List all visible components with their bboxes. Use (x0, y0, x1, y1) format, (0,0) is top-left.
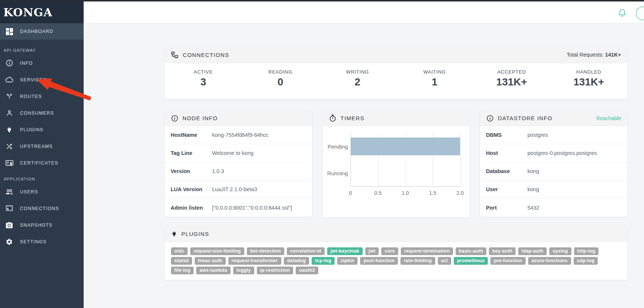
plugin-tag-request-transformer: request-transformer (228, 257, 281, 265)
datastore-row-database: Database kong (480, 162, 627, 180)
datastore-title: DATASTORE INFO (498, 115, 552, 121)
plug-icon (171, 230, 177, 237)
timers-title: TIMERS (341, 115, 364, 121)
network-devices-icon (171, 51, 179, 58)
sidebar-item-label: SETTINGS (20, 239, 47, 244)
sidebar-item-certificates[interactable]: CERTIFICATES (0, 155, 84, 171)
routes-icon (5, 92, 13, 101)
top-window-strip (0, 0, 644, 1)
stat-waiting: WAITING 1 (396, 63, 473, 99)
connections-panel-title: CONNECTIONS (183, 52, 229, 58)
chart-xtick-label: 2.0 (456, 190, 463, 196)
plugin-tag-file-log: file-log (171, 267, 194, 274)
chart-xtick-label: 0.5 (374, 190, 381, 196)
plugin-tag-tcp-log: tcp-log (312, 257, 335, 265)
plugin-tag-statsd: statsd (171, 257, 192, 265)
cloud-icon (5, 76, 13, 84)
total-requests: Total Requests: 141K+ (567, 52, 621, 58)
cast-icon (5, 204, 13, 213)
plugin-tag-zipkin: zipkin (337, 257, 358, 265)
sidebar-item-settings[interactable]: SETTINGS (0, 233, 84, 250)
plugin-tag-datadog: datadog (284, 257, 309, 265)
sidebar-section-application: APPLICATION (0, 175, 84, 183)
sidebar-item-consumers[interactable]: CONSUMERS (0, 105, 84, 121)
stat-reading: READING 0 (242, 63, 319, 99)
chart-category-row (351, 160, 460, 186)
plugin-tag-udp-log: udp-log (574, 257, 598, 265)
sidebar-item-dashboard[interactable]: DASHBOARD (0, 23, 84, 40)
plugin-tag-acl: acl (438, 257, 451, 265)
plugin-tag-cors: cors (381, 247, 398, 255)
sidebar-item-routes[interactable]: ROUTES (0, 88, 84, 105)
chart-plot-area (350, 133, 460, 187)
connections-panel-header: CONNECTIONS Total Requests: 141K+ (165, 47, 627, 63)
shuffle-icon (5, 142, 13, 150)
dashboard-icon (5, 27, 13, 35)
sidebar-item-plugins[interactable]: PLUGINS (0, 121, 84, 138)
sidebar: KONGA DASHBOARD API GATEWAY INFO SERVICE… (0, 1, 84, 308)
plugin-tag-prometheus: prometheus (454, 257, 488, 265)
sidebar-item-upstreams[interactable]: UPSTREAMS (0, 138, 84, 155)
timers-body: PendingRunning 00.51.01.52.0 (323, 126, 469, 217)
node-info-row-tagline: Tag Line Welcome to kong (165, 144, 312, 162)
plugin-tag-rate-limiting: rate-limiting (400, 257, 435, 265)
plugin-tags: oidcrequest-size-limitingbot-detectionco… (165, 242, 627, 280)
chart-xtick-label: 1.0 (402, 190, 409, 196)
node-info-panel: NODE INFO HostName kong-7554fd84f9-64hcc… (165, 111, 312, 217)
plugins-header: PLUGINS (165, 226, 627, 242)
info-circle-icon (171, 115, 178, 122)
plugin-tag-key-auth: key-auth (489, 247, 516, 255)
chart-category-label: Running (323, 160, 348, 187)
consumer-icon (5, 109, 13, 117)
datastore-row-host: Host postgres-0.postgres.postgres (480, 144, 627, 162)
stat-active: ACTIVE 3 (165, 63, 242, 99)
plugin-tag-ldap-auth: ldap-auth (518, 247, 547, 255)
sidebar-item-label: SNAPSHOTS (20, 223, 53, 228)
plugin-tag-ip-restriction: ip-restriction (257, 267, 294, 274)
plugin-tag-jwt-keycloak: jwt-keycloak (327, 247, 363, 255)
datastore-header: DATASTORE INFO Reachable (480, 111, 627, 126)
chart-gridline (460, 133, 460, 186)
sidebar-item-label: SERVICES (20, 77, 47, 82)
sidebar-section-api-gateway: API GATEWAY (0, 46, 84, 55)
info-circle-icon (486, 115, 494, 122)
certificate-icon (5, 159, 13, 167)
avatar[interactable] (636, 6, 644, 20)
plugin-tag-oidc: oidc (171, 247, 188, 255)
sidebar-item-info[interactable]: INFO (0, 55, 84, 71)
bell-icon[interactable] (617, 8, 627, 19)
sidebar-item-label: CERTIFICATES (20, 160, 58, 166)
node-info-header: NODE INFO (165, 111, 312, 126)
datastore-row-dbms: DBMS postgres (480, 126, 627, 144)
konga-logo[interactable]: KONGA (0, 1, 84, 23)
sidebar-item-users[interactable]: USERS (0, 183, 84, 200)
sidebar-item-label: ROUTES (20, 94, 42, 99)
chart-category-row (351, 133, 460, 160)
sidebar-item-snapshots[interactable]: SNAPSHOTS (0, 217, 84, 233)
plugin-tag-loggly: loggly (233, 267, 254, 274)
topbar (84, 1, 644, 23)
node-info-title: NODE INFO (182, 115, 218, 121)
plugin-tag-aws-lambda: aws-lambda (196, 267, 231, 274)
total-requests-value: 141K+ (605, 52, 621, 58)
plugin-tag-oauth2: oauth2 (296, 267, 318, 274)
plugin-tag-correlation-id: correlation-id (287, 247, 325, 255)
sidebar-item-services[interactable]: SERVICES (0, 71, 84, 88)
timers-panel: TIMERS PendingRunning 00.51.01.52.0 (323, 111, 469, 217)
stopwatch-icon (329, 114, 336, 122)
plugin-tag-http-log: http-log (574, 247, 599, 255)
chart-category-label: Pending (323, 133, 348, 160)
datastore-row-user: User kong (480, 180, 627, 199)
konga-dashboard: KONGA DASHBOARD API GATEWAY INFO SERVICE… (0, 0, 644, 308)
datastore-info-panel: DATASTORE INFO Reachable DBMS postgres H… (480, 111, 627, 217)
plugin-tag-request-size-limiting: request-size-limiting (190, 247, 244, 255)
node-info-row-version: Version 1.0.3 (165, 162, 312, 180)
camera-icon (5, 221, 13, 229)
status-badge: Reachable (596, 115, 621, 121)
plugin-tag-post-function: post-function (360, 257, 398, 265)
gear-icon (5, 238, 13, 246)
sidebar-item-connections[interactable]: CONNECTIONS (0, 200, 84, 217)
plug-icon (5, 126, 13, 134)
users-icon (5, 188, 13, 196)
sidebar-item-label: USERS (20, 189, 38, 194)
